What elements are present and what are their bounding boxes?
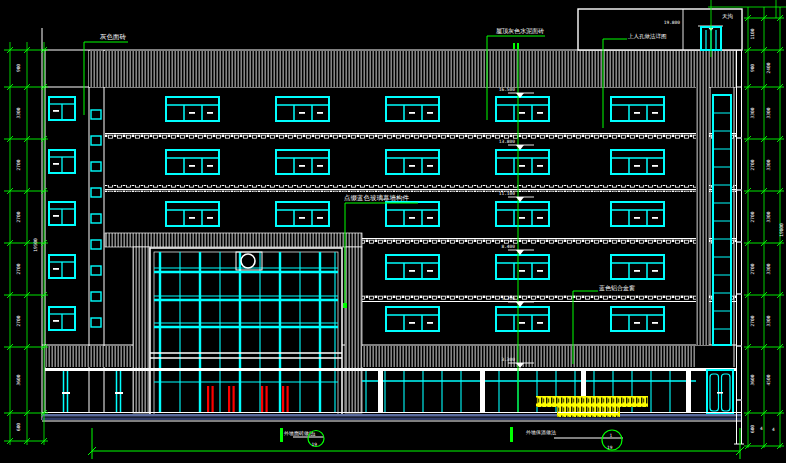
dim-value: 3600	[750, 374, 755, 385]
dim-value: 3300	[766, 211, 771, 222]
elevation-drawing: 19.800 天沟 16.500 13.800 11.100 8.400 5.7…	[0, 0, 786, 463]
level-value: 16.500	[499, 87, 516, 92]
callout-sheet: 19	[312, 442, 318, 447]
callout-num: 1	[313, 432, 316, 437]
detail-callout-right: 外墙保温做法 1 19	[510, 427, 623, 450]
parapet-band	[89, 51, 736, 87]
level-value: 5.700	[501, 296, 515, 301]
dim-value: 2700	[16, 159, 21, 170]
window	[49, 255, 75, 278]
dim-value: 900	[750, 64, 755, 72]
window	[49, 97, 75, 120]
label-roof-access: 上人孔做法详图	[628, 33, 667, 40]
dim-value: 2700	[750, 263, 755, 274]
callout-sheet: 19	[607, 445, 613, 450]
highlighted-annotation	[536, 396, 648, 417]
dim-value: 900	[16, 64, 21, 72]
level-value: 13.800	[499, 139, 516, 144]
dim-value: 1100	[750, 28, 755, 39]
dim-value: 3300	[766, 263, 771, 274]
label-roof-center: 屋顶灰色水泥面砖	[496, 27, 544, 35]
dim-value: 2700	[750, 159, 755, 170]
window	[49, 307, 75, 330]
level-value: 8.400	[501, 244, 515, 249]
plinth	[42, 413, 742, 421]
dim-value: 2700	[16, 315, 21, 326]
callout-label: 外墙保温做法	[526, 429, 556, 436]
dim-total: 19500	[33, 238, 38, 252]
label-curtain-wall: 点缀蓝色玻璃幕墙构件	[344, 194, 410, 202]
dim-mark: 4	[772, 427, 775, 432]
building-elevation: 19.800 天沟	[42, 9, 744, 444]
dim-value: 3600	[16, 374, 21, 385]
level-value: 11.100	[499, 191, 516, 196]
gutter-label: 天沟	[722, 13, 733, 20]
level-value: 3.300	[501, 357, 515, 362]
stair-pier-windows	[91, 110, 101, 327]
dim-value: 3300	[766, 315, 771, 326]
dim-value: 3300	[16, 107, 21, 118]
dim-value: 3300	[766, 159, 771, 170]
dim-value: 600	[16, 423, 21, 431]
dim-value: 2700	[750, 211, 755, 222]
label-roof-material: 灰色面砖	[100, 33, 127, 41]
dim-value: 2700	[750, 315, 755, 326]
label-window: 蓝色铝合金窗	[599, 284, 635, 292]
dim-value: 3300	[750, 107, 755, 118]
cad-viewport: 19.800 天沟 16.500 13.800 11.100 8.400 5.7…	[0, 0, 786, 463]
dimension-bottom	[88, 428, 744, 459]
callout-num: 1	[610, 433, 613, 438]
detail-callout-left: 外墙面砖做法 1 19	[280, 428, 324, 447]
window	[49, 150, 75, 173]
right-glazed-strip	[696, 87, 734, 367]
dim-value: 600	[750, 425, 755, 433]
penthouse-level-text: 19.800	[664, 20, 681, 25]
dim-value: 2700	[16, 211, 21, 222]
dim-value: 4500	[766, 374, 771, 385]
dim-mark: 4	[760, 426, 763, 431]
curtain-wall	[150, 248, 342, 415]
dim-value: 2700	[16, 263, 21, 274]
right-return-face	[734, 50, 744, 444]
dim-total: 19800	[779, 223, 784, 237]
dim-value: 3300	[766, 107, 771, 118]
dimension-chain-left: 900 3300 2700 2700 2700 2700 3600 600 19…	[4, 42, 48, 445]
tower-windows	[49, 97, 75, 330]
dim-value: 2400	[766, 62, 771, 73]
window	[49, 202, 75, 225]
